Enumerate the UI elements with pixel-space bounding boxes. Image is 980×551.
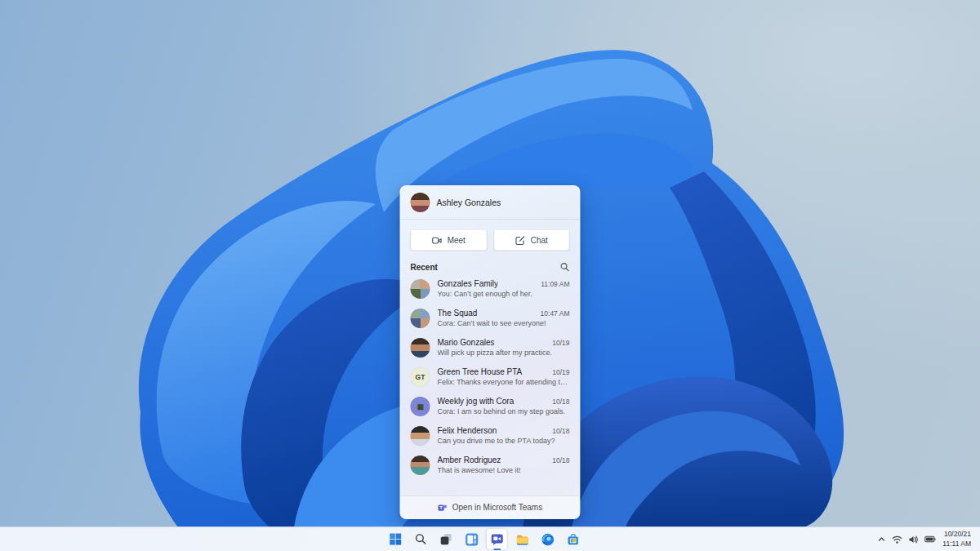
flyout-header: Ashley Gonzales — [401, 186, 580, 220]
conversation-list: Gonzales Family 11:09 AM You: Can’t get … — [401, 273, 580, 495]
open-in-teams-link[interactable]: T Open in Microsoft Teams — [401, 495, 580, 518]
recent-header: Recent — [401, 259, 580, 273]
conversation-preview: You: Can’t get enough of her. — [438, 290, 570, 298]
conversation-avatar — [411, 309, 430, 328]
chevron-up-icon[interactable] — [877, 535, 886, 544]
conversation-name: Green Tree House PTA — [438, 367, 523, 376]
conversation-name: Felix Henderson — [438, 426, 497, 435]
conversation-time: 10:47 AM — [541, 309, 570, 318]
conversation-preview: Cora: I am so behind on my step goals. — [438, 407, 570, 415]
teams-icon: T — [438, 503, 448, 513]
chat-button[interactable]: Chat — [493, 229, 570, 251]
conversation-avatar — [411, 279, 430, 299]
conversation-row[interactable]: Gonzales Family 11:09 AM You: Can’t get … — [401, 273, 580, 303]
meet-button-label: Meet — [448, 236, 466, 245]
tray-date: 10/20/21 — [942, 530, 971, 539]
teams-chat-flyout: Ashley Gonzales Meet Chat Recent — [400, 185, 581, 519]
conversation-avatar — [411, 338, 430, 358]
conversation-avatar: ▦ — [411, 397, 430, 416]
conversation-time: 10/18 — [552, 398, 569, 406]
start-button[interactable] — [385, 529, 406, 549]
chat-taskbar-button[interactable] — [487, 529, 507, 549]
conversation-time: 10/19 — [552, 339, 569, 347]
speaker-icon[interactable] — [908, 535, 919, 544]
file-explorer-button[interactable] — [512, 529, 532, 549]
active-app-indicator — [493, 549, 501, 551]
video-camera-icon — [432, 235, 443, 246]
conversation-avatar: GT — [411, 367, 430, 387]
meet-button[interactable]: Meet — [411, 229, 488, 251]
recent-label: Recent — [411, 263, 438, 272]
conversation-avatar — [411, 426, 430, 446]
conversation-time: 10/18 — [552, 456, 569, 464]
search-icon — [415, 533, 427, 545]
search-icon[interactable] — [560, 262, 570, 272]
tray-time: 11:11 AM — [942, 540, 971, 549]
conversation-avatar — [411, 455, 430, 475]
system-tray: 10/20/21 11:11 AM — [877, 527, 977, 551]
conversation-row[interactable]: Mario Gonzales 10/19 Will pick up pizza … — [401, 332, 580, 362]
chat-button-label: Chat — [531, 236, 548, 245]
taskbar-clock[interactable]: 10/20/21 11:11 AM — [942, 530, 971, 548]
conversation-preview: Cora: Can’t wait to see everyone! — [438, 319, 570, 327]
taskbar: 10/20/21 11:11 AM — [0, 527, 980, 551]
compose-icon — [515, 235, 526, 246]
flyout-action-buttons: Meet Chat — [401, 220, 580, 259]
user-name: Ashley Gonzales — [437, 198, 501, 207]
user-avatar[interactable] — [411, 193, 430, 212]
conversation-row[interactable]: GT Green Tree House PTA 10/19 Felix: Tha… — [401, 362, 580, 391]
conversation-time: 10/19 — [552, 368, 569, 376]
conversation-time: 10/18 — [552, 427, 569, 435]
conversation-row[interactable]: The Squad 10:47 AM Cora: Can’t wait to s… — [401, 303, 580, 332]
edge-browser-icon — [541, 533, 554, 546]
svg-text:T: T — [440, 505, 443, 510]
search-button[interactable] — [411, 529, 431, 549]
widgets-icon — [465, 533, 478, 546]
conversation-name: The Squad — [438, 309, 478, 318]
wifi-icon[interactable] — [892, 535, 902, 544]
conversation-row[interactable]: ▦ Weekly jog with Cora 10/18 Cora: I am … — [401, 391, 580, 420]
conversation-preview: Can you drive me to the PTA today? — [438, 437, 570, 445]
folder-icon — [515, 533, 528, 546]
conversation-row[interactable]: Amber Rodriguez 10/18 That is awesome! L… — [401, 450, 580, 479]
conversation-name: Gonzales Family — [438, 279, 498, 288]
microsoft-store-icon — [566, 533, 579, 546]
conversation-row[interactable]: Felix Henderson 10/18 Can you drive me t… — [401, 420, 580, 450]
conversation-preview: Felix: Thanks everyone for attending tod… — [438, 378, 570, 386]
store-button[interactable] — [563, 529, 583, 549]
teams-chat-icon — [490, 533, 503, 546]
conversation-preview: Will pick up pizza after my practice. — [438, 349, 570, 357]
task-view-icon — [440, 533, 452, 545]
conversation-name: Amber Rodriguez — [438, 455, 501, 464]
windows-start-icon — [390, 533, 402, 545]
conversation-time: 11:09 AM — [541, 280, 569, 288]
task-view-button[interactable] — [436, 529, 457, 549]
taskbar-center-icons — [385, 527, 583, 551]
open-in-teams-label: Open in Microsoft Teams — [452, 503, 542, 512]
widgets-button[interactable] — [461, 529, 482, 549]
conversation-preview: That is awesome! Love it! — [438, 466, 570, 474]
conversation-name: Mario Gonzales — [438, 338, 495, 347]
edge-button[interactable] — [537, 529, 558, 549]
conversation-name: Weekly jog with Cora — [438, 397, 514, 406]
battery-icon[interactable] — [924, 535, 936, 544]
